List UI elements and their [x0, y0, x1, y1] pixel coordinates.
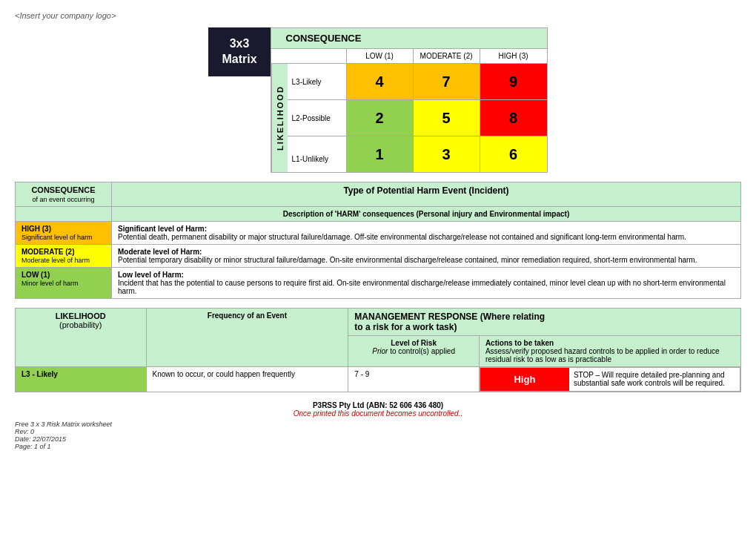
consequence-header: CONSEQUENCE — [271, 28, 547, 49]
consequence-table: CONSEQUENCEof an event occurring Type of… — [15, 182, 741, 299]
ct-content-moderate: Moderate level of Harm: Potential tempor… — [112, 245, 741, 268]
footer-free-text: Free 3 x 3 Risk Matrix worksheet — [15, 421, 741, 428]
matrix-title-box: 3x3 Matrix — [208, 27, 270, 76]
company-logo: <Insert your company logo> — [15, 11, 741, 20]
lt-label-0: L3 - Likely — [16, 367, 147, 392]
ct-row-moderate: MODERATE (2)Moderate level of harm Moder… — [16, 245, 741, 268]
ct-subheader-empty — [16, 207, 112, 222]
ct-header-left-title: CONSEQUENCEof an event occurring — [31, 185, 95, 203]
footer-uncontrolled: Once printed this document becomes uncon… — [15, 409, 741, 418]
lt-header-actions: Actions to be taken Assess/verify propos… — [479, 336, 740, 367]
footer-page: Page: 1 of 1 — [15, 443, 741, 450]
row-label-1: L2-Possible — [288, 100, 347, 136]
lt-header-freq: Frequency of an Event — [146, 309, 348, 367]
col-moderate: MODERATE (2) — [414, 49, 480, 63]
lt-header-level: Level of RiskPrior to control(s) applied — [348, 336, 480, 367]
matrix-rows: L3-Likely 4 7 9 L2-Possible 2 5 8 L1-U — [288, 64, 547, 172]
matrix-wrapper: 3x3 Matrix CONSEQUENCE LOW (1) MODERATE … — [208, 27, 547, 173]
row-label-0: L3-Likely — [288, 64, 347, 99]
cell-1-2: 8 — [480, 100, 547, 136]
matrix-section: 3x3 Matrix CONSEQUENCE LOW (1) MODERATE … — [15, 27, 741, 173]
likelihood-label: LIKELIHOOD — [271, 64, 288, 172]
col-high: HIGH (3) — [480, 49, 547, 63]
row-label-2: L1-Unlikely — [288, 136, 347, 172]
matrix-title-line1: 3x3 — [230, 37, 250, 50]
col-low: LOW (1) — [347, 49, 414, 63]
cell-0-0: 4 — [347, 64, 414, 99]
cell-2-0: 1 — [347, 136, 414, 172]
lt-action-0: High STOP – Will require detailed pre-pl… — [480, 367, 740, 392]
ct-row-low: LOW (1)Minor level of harm Low level of … — [16, 268, 741, 299]
footer-company: P3RSS Pty Ltd (ABN: 52 606 436 480) — [15, 401, 741, 409]
matrix-grid: CONSEQUENCE LOW (1) MODERATE (2) HIGH (3… — [271, 27, 548, 173]
ct-content-low: Low level of Harm: Incident that has the… — [112, 268, 741, 299]
footer-center: P3RSS Pty Ltd (ABN: 52 606 436 480) Once… — [15, 401, 741, 418]
ct-subheader-desc: Description of 'HARM' consequences (Pers… — [112, 207, 741, 222]
ct-label-high: HIGH (3)Significant level of harm — [16, 222, 112, 245]
col-headers-row: LOW (1) MODERATE (2) HIGH (3) — [271, 49, 547, 64]
cell-1-0: 2 — [347, 100, 414, 136]
cell-0-2: 9 — [480, 64, 547, 99]
lt-header-likelihood: LIKELIHOOD(probability) — [16, 309, 147, 367]
matrix-body: LIKELIHOOD L3-Likely 4 7 9 L2-Possible 2… — [271, 64, 547, 172]
lt-freq-0: Known to occur, or could happen frequent… — [146, 367, 348, 392]
ct-content-high: Significant level of Harm: Potential dea… — [112, 222, 741, 245]
likelihood-table: LIKELIHOOD(probability) Frequency of an … — [15, 308, 741, 392]
lt-level-0: 7 - 9 — [348, 367, 480, 392]
cell-0-1: 7 — [414, 64, 480, 99]
footer-left: Free 3 x 3 Risk Matrix worksheet Rev: 0 … — [15, 421, 741, 450]
ct-header-right: Type of Potential Harm Event (Incident) — [112, 182, 741, 207]
matrix-row-2: L1-Unlikely 1 3 6 — [288, 136, 547, 172]
matrix-title-line2: Matrix — [222, 53, 256, 65]
risk-rating-high: High — [480, 368, 569, 391]
ct-header-left: CONSEQUENCEof an event occurring — [16, 182, 112, 207]
ct-row-high: HIGH (3)Significant level of harm Signif… — [16, 222, 741, 245]
ct-label-low: LOW (1)Minor level of harm — [16, 268, 112, 299]
footer-date: Date: 22/07/2015 — [15, 435, 741, 443]
cell-2-1: 3 — [414, 136, 480, 172]
footer-rev: Rev: 0 — [15, 428, 741, 435]
cell-2-2: 6 — [480, 136, 547, 172]
matrix-row-1: L2-Possible 2 5 8 — [288, 100, 547, 136]
lt-header-mgmt: MANANGEMENT RESPONSE (Where relating to … — [348, 309, 741, 336]
matrix-row-0: L3-Likely 4 7 9 — [288, 64, 547, 100]
lt-action-text-0: STOP – Will require detailed pre-plannin… — [569, 368, 740, 391]
lt-row-0: L3 - Likely Known to occur, or could hap… — [16, 367, 741, 392]
ct-label-moderate: MODERATE (2)Moderate level of harm — [16, 245, 112, 268]
empty-col — [271, 49, 347, 63]
cell-1-1: 5 — [414, 100, 480, 136]
